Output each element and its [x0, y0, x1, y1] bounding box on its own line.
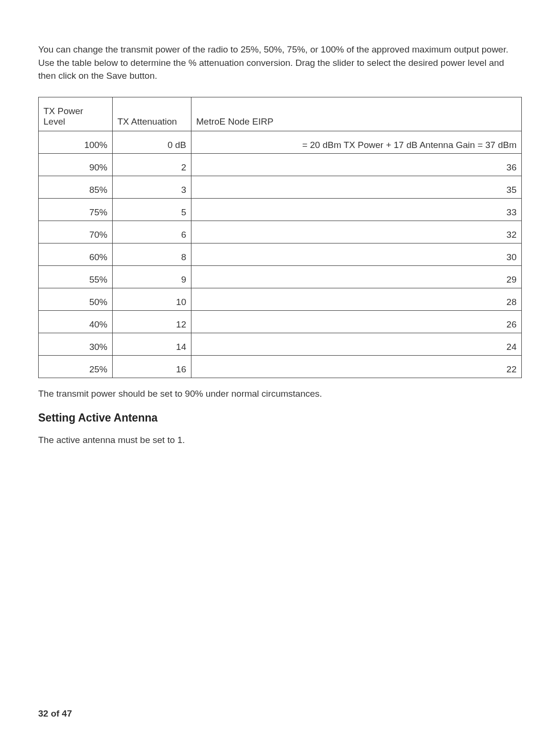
table-row: 55%929 [39, 265, 522, 288]
after-table-note: The transmit power should be set to 90% … [38, 389, 522, 399]
cell-tx-power: 90% [39, 153, 113, 176]
cell-eirp: 28 [191, 288, 522, 310]
cell-eirp: 33 [191, 198, 522, 221]
table-row: 100%0 dB= 20 dBm TX Power + 17 dB Antenn… [39, 131, 522, 153]
cell-eirp: 32 [191, 221, 522, 243]
cell-tx-power: 55% [39, 265, 113, 288]
cell-eirp: 24 [191, 333, 522, 355]
table-row: 50%1028 [39, 288, 522, 310]
cell-tx-attenuation: 0 dB [113, 131, 191, 153]
cell-eirp: 36 [191, 153, 522, 176]
cell-tx-power: 30% [39, 333, 113, 355]
cell-tx-attenuation: 12 [113, 310, 191, 333]
cell-tx-power: 70% [39, 221, 113, 243]
cell-tx-attenuation: 8 [113, 243, 191, 265]
header-tx-attenuation: TX Attenuation [113, 97, 191, 131]
table-row: 75%533 [39, 198, 522, 221]
intro-paragraph: You can change the transmit power of the… [38, 43, 522, 83]
cell-tx-power: 60% [39, 243, 113, 265]
table-row: 70%632 [39, 221, 522, 243]
header-tx-power: TX Power Level [39, 97, 113, 131]
table-row: 30%1424 [39, 333, 522, 355]
cell-tx-power: 25% [39, 355, 113, 378]
cell-tx-attenuation: 3 [113, 176, 191, 198]
cell-eirp: 29 [191, 265, 522, 288]
power-table: TX Power Level TX Attenuation MetroE Nod… [38, 97, 522, 378]
cell-eirp: 35 [191, 176, 522, 198]
cell-tx-attenuation: 14 [113, 333, 191, 355]
header-eirp: MetroE Node EIRP [191, 97, 522, 131]
cell-tx-power: 50% [39, 288, 113, 310]
cell-tx-attenuation: 5 [113, 198, 191, 221]
cell-tx-attenuation: 10 [113, 288, 191, 310]
table-row: 25%1622 [39, 355, 522, 378]
antenna-paragraph: The active antenna must be set to 1. [38, 435, 522, 445]
cell-tx-attenuation: 16 [113, 355, 191, 378]
cell-eirp: 30 [191, 243, 522, 265]
cell-tx-attenuation: 6 [113, 221, 191, 243]
page-footer: 32 of 47 [38, 708, 72, 719]
cell-tx-power: 85% [39, 176, 113, 198]
cell-eirp: 26 [191, 310, 522, 333]
cell-eirp: 22 [191, 355, 522, 378]
cell-tx-power: 100% [39, 131, 113, 153]
cell-eirp: = 20 dBm TX Power + 17 dB Antenna Gain =… [191, 131, 522, 153]
section-heading: Setting Active Antenna [38, 412, 522, 424]
table-header-row: TX Power Level TX Attenuation MetroE Nod… [39, 97, 522, 131]
table-row: 85%335 [39, 176, 522, 198]
cell-tx-attenuation: 2 [113, 153, 191, 176]
table-row: 90%236 [39, 153, 522, 176]
table-row: 60%830 [39, 243, 522, 265]
cell-tx-power: 40% [39, 310, 113, 333]
table-row: 40%1226 [39, 310, 522, 333]
cell-tx-attenuation: 9 [113, 265, 191, 288]
cell-tx-power: 75% [39, 198, 113, 221]
